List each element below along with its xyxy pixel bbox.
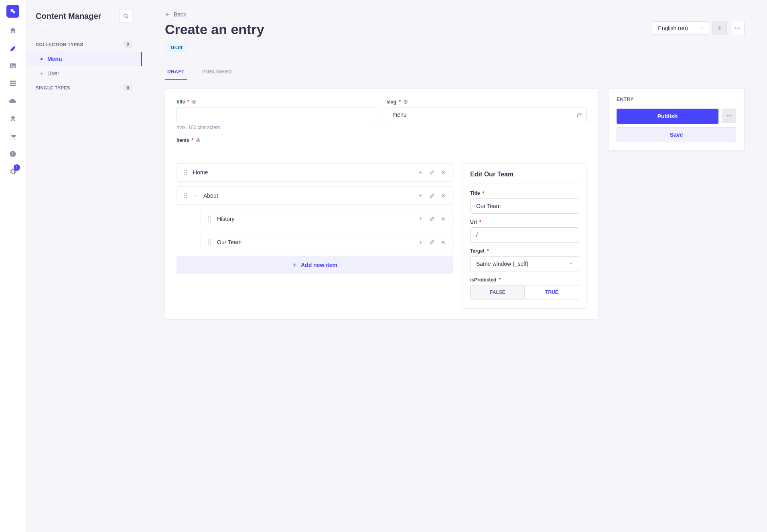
sidebar-item-label: User bbox=[47, 70, 59, 77]
svg-point-39 bbox=[210, 240, 211, 241]
more-button[interactable] bbox=[730, 21, 745, 35]
svg-point-15 bbox=[737, 28, 738, 29]
svg-point-21 bbox=[186, 170, 187, 171]
svg-point-37 bbox=[210, 220, 211, 221]
drag-handle-icon[interactable] bbox=[183, 193, 187, 198]
globe-icon bbox=[192, 99, 197, 104]
isprotected-false[interactable]: FALSE bbox=[471, 285, 525, 299]
delete-icon[interactable] bbox=[440, 193, 446, 198]
svg-point-31 bbox=[186, 197, 187, 198]
svg-point-46 bbox=[730, 115, 731, 116]
add-child-icon[interactable] bbox=[418, 193, 424, 198]
svg-point-28 bbox=[184, 195, 185, 196]
info-icon[interactable] bbox=[8, 149, 18, 159]
svg-point-3 bbox=[11, 65, 12, 66]
edit-target-select[interactable]: Same window (_self) bbox=[470, 256, 579, 271]
locale-value: English (en) bbox=[658, 25, 688, 31]
content-icon[interactable] bbox=[8, 43, 18, 53]
publish-button[interactable]: Publish bbox=[617, 109, 718, 124]
save-button[interactable]: Save bbox=[617, 127, 736, 142]
tree-node-history[interactable]: History bbox=[201, 210, 453, 228]
svg-point-33 bbox=[210, 216, 211, 217]
edit-url-input[interactable] bbox=[470, 227, 579, 243]
edit-icon[interactable] bbox=[429, 216, 435, 222]
back-link[interactable]: Back bbox=[165, 11, 264, 18]
sidebar-item-menu[interactable]: Menu bbox=[26, 52, 142, 66]
drag-handle-icon[interactable] bbox=[207, 216, 211, 222]
home-icon[interactable] bbox=[8, 26, 18, 35]
chevron-down-icon[interactable] bbox=[193, 193, 198, 198]
delete-icon[interactable] bbox=[440, 239, 446, 245]
marketplace-icon[interactable] bbox=[8, 131, 18, 141]
svg-point-42 bbox=[208, 244, 209, 245]
collection-types-count: 2 bbox=[124, 41, 132, 48]
add-item-button[interactable]: Add new item bbox=[177, 256, 453, 274]
svg-point-34 bbox=[208, 218, 209, 219]
add-child-icon[interactable] bbox=[418, 239, 424, 245]
single-types-header[interactable]: Single Types 0 bbox=[26, 81, 142, 95]
items-label: items* bbox=[177, 138, 587, 143]
edit-icon[interactable] bbox=[429, 239, 435, 245]
tab-published[interactable]: PUBLISHED bbox=[200, 64, 234, 80]
main-content: Back Create an entry Draft English (en) bbox=[142, 0, 767, 532]
node-label: About bbox=[203, 192, 412, 199]
bullet-icon bbox=[41, 58, 43, 60]
delete-icon[interactable] bbox=[440, 170, 446, 175]
title-input[interactable] bbox=[177, 107, 377, 122]
app-logo[interactable] bbox=[6, 5, 19, 18]
delete-icon[interactable] bbox=[440, 216, 446, 222]
tree-node-our-team[interactable]: Our Team bbox=[201, 233, 453, 251]
regenerate-icon[interactable] bbox=[576, 112, 582, 117]
sidebar-item-label: Menu bbox=[47, 56, 62, 62]
media-icon[interactable] bbox=[8, 61, 18, 71]
tabs: DRAFT PUBLISHED bbox=[165, 64, 745, 80]
svg-point-23 bbox=[186, 172, 187, 173]
nav-rail: 1 bbox=[0, 0, 26, 532]
edit-icon[interactable] bbox=[429, 193, 435, 198]
svg-rect-4 bbox=[10, 81, 16, 82]
settings-icon[interactable]: 1 bbox=[8, 167, 18, 176]
svg-point-22 bbox=[184, 172, 185, 173]
svg-point-36 bbox=[208, 220, 209, 221]
node-label: Our Team bbox=[217, 239, 412, 245]
edit-title-input[interactable] bbox=[470, 198, 579, 214]
cloud-icon[interactable] bbox=[8, 96, 18, 106]
add-child-icon[interactable] bbox=[418, 170, 424, 175]
add-child-icon[interactable] bbox=[418, 216, 424, 222]
edit-icon[interactable] bbox=[429, 170, 435, 175]
sidebar-item-user[interactable]: User bbox=[26, 66, 142, 81]
tree-node-home[interactable]: Home bbox=[177, 163, 453, 182]
builder-icon[interactable] bbox=[8, 79, 18, 88]
collection-types-header[interactable]: Collection Types 2 bbox=[26, 37, 142, 52]
plugin-icon[interactable] bbox=[8, 114, 18, 123]
svg-line-13 bbox=[127, 17, 128, 18]
search-button[interactable] bbox=[120, 10, 132, 22]
locale-select[interactable]: English (en) bbox=[653, 21, 709, 35]
svg-point-7 bbox=[11, 138, 12, 140]
publish-more-button[interactable] bbox=[722, 109, 736, 123]
entry-heading: ENTRY bbox=[617, 97, 736, 102]
edit-url-label: Url* bbox=[470, 219, 579, 225]
tree-node-about[interactable]: About bbox=[177, 186, 453, 205]
svg-point-45 bbox=[728, 115, 729, 116]
slug-input[interactable] bbox=[387, 107, 587, 122]
tab-draft[interactable]: DRAFT bbox=[165, 64, 187, 80]
drag-handle-icon[interactable] bbox=[183, 170, 187, 175]
svg-point-20 bbox=[184, 170, 185, 171]
page-title: Create an entry bbox=[165, 22, 264, 37]
slug-label: slug* bbox=[387, 99, 587, 105]
isprotected-toggle[interactable]: FALSE TRUE bbox=[470, 285, 579, 299]
sidebar: Content Manager Collection Types 2 Menu … bbox=[26, 0, 142, 532]
title-label: title* bbox=[177, 99, 377, 105]
svg-point-12 bbox=[124, 14, 127, 17]
svg-rect-5 bbox=[10, 83, 16, 84]
edit-title-label: Title* bbox=[470, 190, 579, 196]
download-button bbox=[712, 21, 727, 35]
svg-point-14 bbox=[735, 28, 736, 29]
svg-point-27 bbox=[186, 193, 187, 194]
svg-rect-10 bbox=[12, 154, 13, 156]
isprotected-true[interactable]: TRUE bbox=[524, 285, 579, 299]
svg-point-25 bbox=[186, 174, 187, 175]
svg-point-26 bbox=[184, 193, 185, 194]
drag-handle-icon[interactable] bbox=[207, 239, 211, 245]
